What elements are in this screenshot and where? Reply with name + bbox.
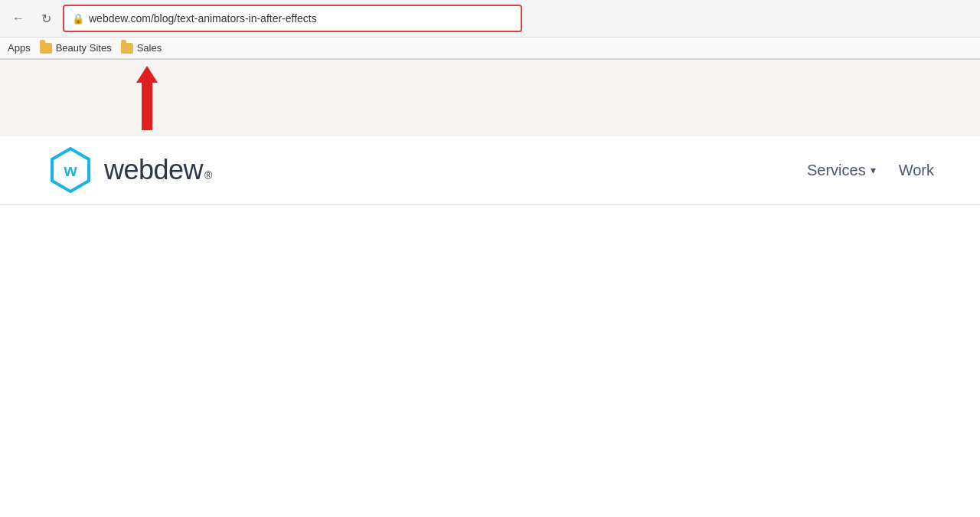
website-content-area: [0, 205, 980, 358]
nav-work-label: Work: [899, 162, 934, 179]
logo-hexagon-icon: w: [46, 146, 95, 195]
logo-registered-mark: ®: [204, 169, 212, 182]
nav-item-services[interactable]: Services ▾: [807, 162, 876, 179]
logo-brand-text: webdew: [104, 154, 203, 186]
bookmarks-apps-label: Apps: [8, 42, 31, 54]
lock-icon: 🔒: [72, 13, 84, 25]
bookmark-sales-label: Sales: [137, 42, 162, 54]
website-header: w webdew ® Services ▾ Work: [0, 136, 980, 205]
browser-top-bar: ← ↻ 🔒 webdew.com/blog/text-animators-in-…: [0, 0, 980, 38]
bookmark-beauty-sites-label: Beauty Sites: [56, 42, 112, 54]
reload-button[interactable]: ↻: [35, 8, 57, 29]
red-arrow-annotation: [136, 66, 158, 130]
nav-item-work[interactable]: Work: [899, 162, 934, 179]
annotation-area: [0, 60, 980, 136]
logo-text-area: webdew ®: [104, 154, 212, 186]
arrow-shaft: [142, 83, 152, 130]
logo-area: w webdew ®: [46, 146, 212, 195]
website-nav: Services ▾ Work: [807, 162, 934, 179]
bookmark-sales[interactable]: Sales: [121, 42, 162, 54]
address-bar-wrapper: 🔒 webdew.com/blog/text-animators-in-afte…: [63, 5, 522, 32]
back-button[interactable]: ←: [8, 8, 29, 29]
bookmark-beauty-sites[interactable]: Beauty Sites: [40, 42, 112, 54]
address-bar[interactable]: 🔒 webdew.com/blog/text-animators-in-afte…: [63, 5, 522, 32]
nav-services-label: Services: [807, 162, 866, 179]
folder-icon-sales: [121, 43, 133, 54]
folder-icon: [40, 43, 52, 54]
svg-text:w: w: [63, 161, 77, 180]
bookmarks-bar: Apps Beauty Sites Sales: [0, 38, 980, 59]
chevron-down-icon: ▾: [871, 164, 876, 176]
arrow-head: [136, 66, 158, 83]
url-text: webdew.com/blog/text-animators-in-after-…: [89, 12, 317, 25]
